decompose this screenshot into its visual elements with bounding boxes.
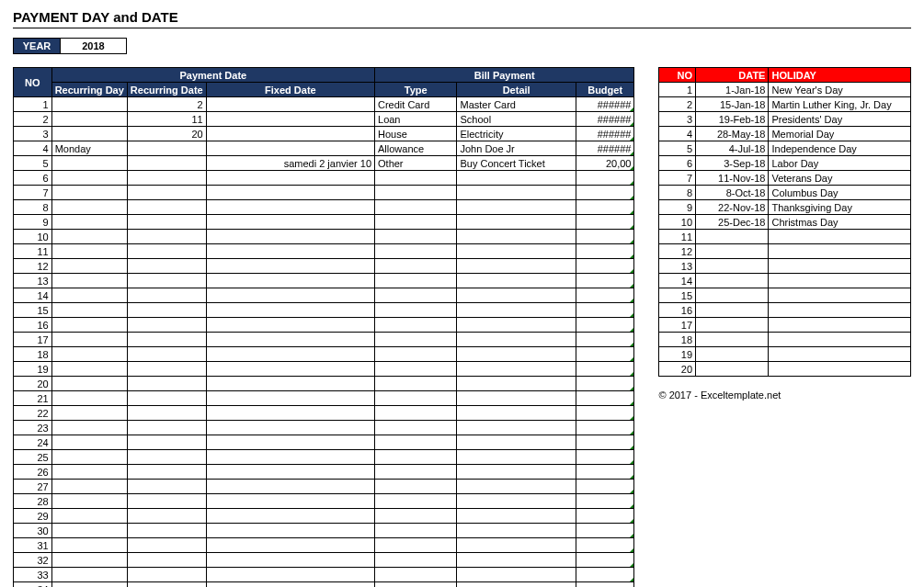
no-cell[interactable]: 14 xyxy=(14,288,52,303)
recurring-date-cell[interactable] xyxy=(127,274,206,288)
type-cell[interactable] xyxy=(375,230,457,244)
detail-cell[interactable] xyxy=(457,303,576,318)
type-cell[interactable]: Loan xyxy=(375,112,457,127)
holiday-date-cell[interactable]: 22-Nov-18 xyxy=(696,200,769,215)
detail-cell[interactable] xyxy=(457,186,576,200)
holiday-no-cell[interactable]: 18 xyxy=(659,333,696,347)
fixed-date-cell[interactable] xyxy=(206,333,374,347)
holiday-name-cell[interactable]: Memorial Day xyxy=(769,127,911,141)
holiday-no-cell[interactable]: 6 xyxy=(659,156,696,171)
recurring-day-cell[interactable] xyxy=(51,288,127,303)
holiday-name-cell[interactable] xyxy=(769,333,911,347)
detail-cell[interactable] xyxy=(457,509,576,524)
no-cell[interactable]: 27 xyxy=(14,480,52,494)
no-cell[interactable]: 12 xyxy=(14,259,52,274)
type-cell[interactable] xyxy=(375,362,457,377)
fixed-date-cell[interactable] xyxy=(206,362,374,377)
recurring-day-cell[interactable] xyxy=(51,435,127,450)
recurring-date-cell[interactable] xyxy=(127,406,206,421)
recurring-date-cell[interactable] xyxy=(127,538,206,553)
detail-cell[interactable] xyxy=(457,391,576,406)
no-cell[interactable]: 7 xyxy=(14,186,52,200)
type-cell[interactable] xyxy=(375,318,457,333)
recurring-day-cell[interactable] xyxy=(51,582,127,588)
detail-cell[interactable] xyxy=(457,494,576,509)
fixed-date-cell[interactable] xyxy=(206,480,374,494)
fixed-date-cell[interactable] xyxy=(206,215,374,230)
detail-cell[interactable] xyxy=(457,318,576,333)
fixed-date-cell[interactable] xyxy=(206,127,374,141)
recurring-date-cell[interactable]: 2 xyxy=(127,97,206,112)
holiday-date-cell[interactable]: 11-Nov-18 xyxy=(696,171,769,186)
holiday-name-cell[interactable]: Labor Day xyxy=(769,156,911,171)
detail-cell[interactable]: Master Card xyxy=(457,97,576,112)
type-cell[interactable] xyxy=(375,391,457,406)
budget-cell[interactable] xyxy=(576,259,634,274)
recurring-day-cell[interactable] xyxy=(51,318,127,333)
holiday-name-cell[interactable]: Veterans Day xyxy=(769,171,911,186)
holiday-no-cell[interactable]: 4 xyxy=(659,127,696,141)
detail-cell[interactable] xyxy=(457,215,576,230)
type-cell[interactable] xyxy=(375,450,457,465)
detail-cell[interactable] xyxy=(457,553,576,568)
no-cell[interactable]: 15 xyxy=(14,303,52,318)
recurring-day-cell[interactable] xyxy=(51,524,127,538)
recurring-date-cell[interactable] xyxy=(127,141,206,156)
detail-cell[interactable] xyxy=(457,347,576,362)
recurring-date-cell[interactable]: 11 xyxy=(127,112,206,127)
budget-cell[interactable]: ###### xyxy=(576,127,634,141)
recurring-day-cell[interactable] xyxy=(51,200,127,215)
holiday-date-cell[interactable] xyxy=(696,303,769,318)
holiday-name-cell[interactable] xyxy=(769,362,911,377)
no-cell[interactable]: 32 xyxy=(14,553,52,568)
budget-cell[interactable] xyxy=(576,171,634,186)
no-cell[interactable]: 30 xyxy=(14,524,52,538)
budget-cell[interactable] xyxy=(576,450,634,465)
detail-cell[interactable] xyxy=(457,421,576,435)
holiday-date-cell[interactable]: 3-Sep-18 xyxy=(696,156,769,171)
holiday-name-cell[interactable] xyxy=(769,347,911,362)
holiday-date-cell[interactable]: 15-Jan-18 xyxy=(696,97,769,112)
recurring-day-cell[interactable] xyxy=(51,333,127,347)
budget-cell[interactable] xyxy=(576,186,634,200)
type-cell[interactable]: Allowance xyxy=(375,141,457,156)
holiday-no-cell[interactable]: 19 xyxy=(659,347,696,362)
no-cell[interactable]: 8 xyxy=(14,200,52,215)
type-cell[interactable] xyxy=(375,215,457,230)
holiday-no-cell[interactable]: 14 xyxy=(659,274,696,288)
fixed-date-cell[interactable] xyxy=(206,494,374,509)
no-cell[interactable]: 17 xyxy=(14,333,52,347)
detail-cell[interactable] xyxy=(457,465,576,480)
holiday-name-cell[interactable]: Martin Luther King, Jr. Day xyxy=(769,97,911,112)
recurring-date-cell[interactable] xyxy=(127,244,206,259)
type-cell[interactable]: Credit Card xyxy=(375,97,457,112)
fixed-date-cell[interactable] xyxy=(206,230,374,244)
budget-cell[interactable] xyxy=(576,230,634,244)
recurring-date-cell[interactable] xyxy=(127,465,206,480)
budget-cell[interactable] xyxy=(576,274,634,288)
no-cell[interactable]: 26 xyxy=(14,465,52,480)
holiday-date-cell[interactable] xyxy=(696,230,769,244)
holiday-date-cell[interactable]: 28-May-18 xyxy=(696,127,769,141)
detail-cell[interactable] xyxy=(457,333,576,347)
fixed-date-cell[interactable] xyxy=(206,421,374,435)
recurring-date-cell[interactable] xyxy=(127,509,206,524)
detail-cell[interactable] xyxy=(457,230,576,244)
type-cell[interactable] xyxy=(375,582,457,588)
detail-cell[interactable] xyxy=(457,200,576,215)
no-cell[interactable]: 22 xyxy=(14,406,52,421)
type-cell[interactable] xyxy=(375,524,457,538)
recurring-day-cell[interactable] xyxy=(51,244,127,259)
no-cell[interactable]: 20 xyxy=(14,377,52,391)
no-cell[interactable]: 34 xyxy=(14,582,52,588)
recurring-date-cell[interactable] xyxy=(127,568,206,582)
holiday-date-cell[interactable]: 1-Jan-18 xyxy=(696,83,769,97)
no-cell[interactable]: 16 xyxy=(14,318,52,333)
fixed-date-cell[interactable] xyxy=(206,406,374,421)
detail-cell[interactable] xyxy=(457,480,576,494)
recurring-date-cell[interactable] xyxy=(127,494,206,509)
budget-cell[interactable] xyxy=(576,494,634,509)
no-cell[interactable]: 33 xyxy=(14,568,52,582)
holiday-date-cell[interactable] xyxy=(696,274,769,288)
detail-cell[interactable]: Buy Concert Ticket xyxy=(457,156,576,171)
